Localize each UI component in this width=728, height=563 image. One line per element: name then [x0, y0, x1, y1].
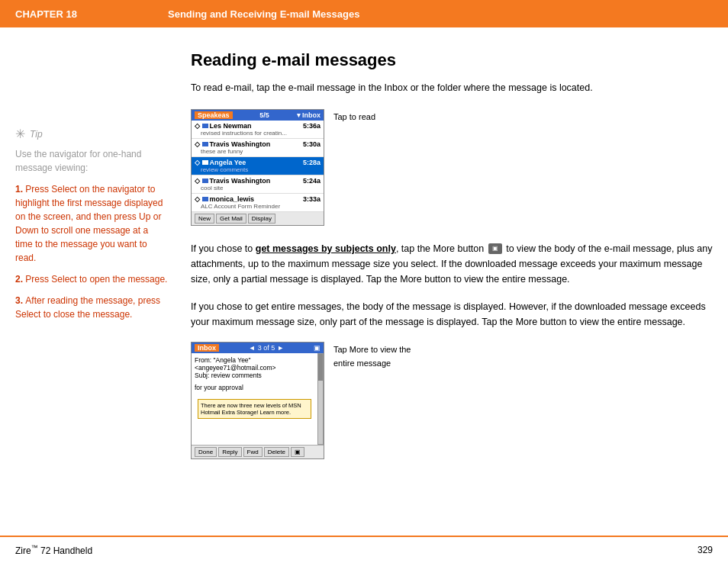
para1-bold: get messages by subjects only [256, 243, 396, 254]
sender-4-time: 5:24a [303, 177, 321, 185]
tip-header: ✳ Tip [15, 127, 168, 141]
inbox-window: Speakeas 5/5 ▾ Inbox ◇ Les Newman 5:36a … [191, 109, 324, 226]
preview-4: cool site [195, 185, 321, 191]
get-mail-button[interactable]: Get Mail [216, 214, 246, 224]
delete-button[interactable]: Delete [264, 447, 289, 457]
sender-5: ◇ monica_lewis 3:33a [195, 195, 321, 203]
body-paragraph-1: If you chose to get messages by subjects… [191, 241, 713, 287]
ev-header: Inbox ◄ 3 of 5 ► ▣ [192, 343, 324, 353]
main-content: ✳ Tip Use the navigator for one-hand mes… [0, 27, 728, 475]
inbox-header: Speakeas 5/5 ▾ Inbox [192, 110, 324, 121]
more-button[interactable]: ▣ [291, 447, 304, 457]
ev-nav: ◄ 3 of 5 ► [249, 344, 284, 352]
ev-footer: Done Reply Fwd Delete ▣ [192, 445, 324, 458]
ev-scrollbar[interactable] [317, 353, 324, 445]
inbox-row-2[interactable]: ◇ Travis Washington 5:30a these are funn… [192, 139, 324, 157]
inbox-row-4[interactable]: ◇ Travis Washington 5:24a cool site [192, 175, 324, 194]
preview-3: review comments [195, 166, 321, 173]
body-paragraph-2: If you chose to get entire messages, the… [191, 299, 713, 330]
ev-body: for your approval [195, 384, 314, 391]
inbox-row-5[interactable]: ◇ monica_lewis 3:33a ALC Account Form Re… [192, 194, 324, 212]
inbox-row-3[interactable]: ◇ Angela Yee 5:28a review comments [192, 157, 324, 175]
inbox-folder-name: ▾ Inbox [297, 111, 321, 119]
footer-product: Zire™ 72 Handheld [15, 544, 92, 556]
page-footer: Zire™ 72 Handheld 329 [0, 536, 728, 563]
ev-body-area: From: "Angela Yee" <angeyee71@hotmail.co… [192, 353, 324, 445]
fwd-button[interactable]: Fwd [243, 447, 263, 457]
sender-1: ◇ Les Newman 5:36a [195, 122, 321, 130]
sender-3-time: 5:28a [303, 159, 321, 166]
ev-from: From: "Angela Yee" [195, 356, 314, 364]
chapter-title: Sending and Receiving E-mail Messages [168, 8, 359, 20]
sender-2-name: ◇ Travis Washington [195, 140, 270, 148]
para1-prefix: If you chose to [191, 243, 256, 254]
footer-page-number: 329 [697, 545, 713, 555]
ev-corner-icon[interactable]: ▣ [314, 344, 321, 352]
intro-paragraph: To read e-mail, tap the e-mail message i… [191, 81, 713, 95]
ev-body-text: From: "Angela Yee" <angeyee71@hotmail.co… [192, 353, 317, 445]
sender-3-name: ◇ Angela Yee [195, 159, 246, 166]
tip-step-3: 3. After reading the message, press Sele… [15, 294, 168, 321]
ev-prev-icon[interactable]: ◄ [249, 344, 256, 352]
email-viewer-window: Inbox ◄ 3 of 5 ► ▣ From: "Angela Yee" <a… [191, 342, 324, 459]
done-button[interactable]: Done [195, 447, 217, 457]
email-viewer-container: Inbox ◄ 3 of 5 ► ▣ From: "Angela Yee" <a… [191, 342, 713, 459]
sidebar: ✳ Tip Use the navigator for one-hand mes… [15, 50, 183, 459]
tip-label: Tip [30, 129, 43, 140]
ev-next-icon[interactable]: ► [277, 344, 284, 352]
ev-count: 3 of 5 [258, 344, 275, 352]
sender-2-time: 5:30a [303, 140, 321, 148]
preview-5: ALC Account Form Reminder [195, 203, 321, 210]
ev-email: <angeyee71@hotmail.com> [195, 364, 314, 372]
tip-step-1: 1. Press Select on the navigator to high… [15, 182, 168, 265]
inbox-mockup: Speakeas 5/5 ▾ Inbox ◇ Les Newman 5:36a … [191, 109, 324, 226]
preview-1: revised instructions for creatin... [195, 130, 321, 137]
para1-middle: , tap the More button [396, 243, 484, 254]
display-button[interactable]: Display [248, 214, 275, 224]
sender-1-time: 5:36a [303, 122, 321, 130]
sender-5-time: 3:33a [303, 195, 321, 203]
inbox-screenshot-container: Speakeas 5/5 ▾ Inbox ◇ Les Newman 5:36a … [191, 109, 713, 226]
chapter-label: CHAPTER 18 [15, 8, 168, 20]
main-body: Reading e-mail messages To read e-mail, … [183, 50, 713, 459]
sender-1-name: ◇ Les Newman [195, 122, 252, 130]
tip-step-2: 2. Press Select to open the message. [15, 272, 168, 286]
sender-2: ◇ Travis Washington 5:30a [195, 140, 321, 148]
sender-4: ◇ Travis Washington 5:24a [195, 177, 321, 185]
inbox-row-1[interactable]: ◇ Les Newman 5:36a revised instructions … [192, 121, 324, 139]
more-icon: ▣ [488, 243, 502, 254]
inbox-count: 5/5 [259, 111, 269, 119]
tap-more-label: Tap More to view the entire message [333, 342, 411, 370]
inbox-action-buttons: New Get Mail Display [192, 212, 324, 225]
tip-intro: Use the navigator for one-hand message v… [15, 147, 168, 175]
ev-inbox-label: Inbox [195, 344, 219, 352]
tap-to-read-label: Tap to read [333, 109, 375, 123]
sender-5-name: ◇ monica_lewis [195, 195, 254, 203]
new-button[interactable]: New [195, 214, 214, 224]
ev-subj: Subj: review comments [195, 372, 314, 379]
email-viewer-mockup: Inbox ◄ 3 of 5 ► ▣ From: "Angela Yee" <a… [191, 342, 324, 459]
inbox-folder-label: Speakeas [195, 111, 233, 119]
preview-2: these are funny [195, 148, 321, 155]
page-header: CHAPTER 18 Sending and Receiving E-mail … [0, 0, 728, 27]
sender-4-name: ◇ Travis Washington [195, 177, 270, 185]
sender-3: ◇ Angela Yee 5:28a [195, 159, 321, 166]
ev-ad-box: There are now three new levels of MSN Ho… [198, 399, 311, 419]
tip-star-icon: ✳ [15, 127, 25, 141]
section-title: Reading e-mail messages [191, 50, 713, 70]
reply-button[interactable]: Reply [218, 447, 241, 457]
